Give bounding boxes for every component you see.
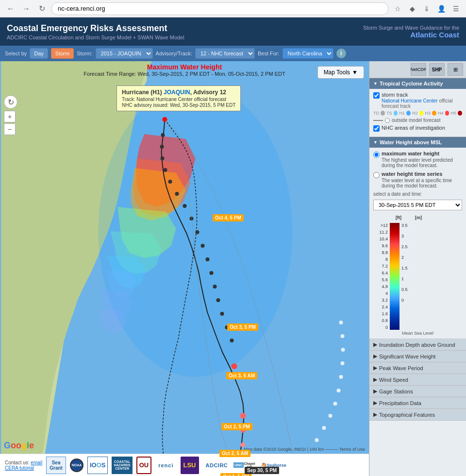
cera-tutorial-link[interactable]: CERA tutorial	[5, 465, 34, 471]
time-series-radio[interactable]	[373, 172, 380, 178]
svg-point-28	[337, 389, 341, 392]
inundation-section[interactable]: ▶ Inundation Depth above Ground	[369, 339, 466, 351]
menu-icon[interactable]: ☰	[450, 3, 461, 14]
td-label: TD	[373, 111, 379, 116]
storm-label: Storm:	[77, 51, 92, 56]
map-navigation: ↻ + −	[4, 95, 17, 136]
h3-label: H3	[425, 111, 431, 116]
url-bar[interactable]	[51, 2, 388, 15]
max-water-radio[interactable]	[373, 152, 380, 158]
h1-label: H1	[399, 111, 405, 116]
svg-point-20	[164, 168, 167, 172]
time-series-sub: The water level at a specific time durin…	[382, 178, 462, 188]
svg-point-10	[216, 298, 220, 302]
right-panel: NetCDF SHP ⊞ ▼ Tropical Cyclone Activity…	[369, 61, 466, 476]
lsu-logo: LSU	[181, 457, 199, 474]
zoom-in-button[interactable]: +	[4, 111, 16, 122]
download-icon[interactable]: ⇓	[421, 3, 432, 14]
precipitation-section[interactable]: ▶ Precipitation Data	[369, 397, 466, 409]
peak-wave-section[interactable]: ▶ Peak Wave Period	[369, 362, 466, 374]
shp-button[interactable]: SHP	[429, 63, 445, 76]
h1-dot	[406, 111, 411, 116]
back-button[interactable]: ←	[5, 3, 17, 15]
outside-line	[373, 120, 383, 121]
svg-point-31	[341, 348, 345, 352]
forward-button[interactable]: →	[20, 3, 32, 15]
svg-point-33	[339, 321, 343, 324]
zoom-out-button[interactable]: −	[4, 123, 16, 135]
best-for-select[interactable]: North Carolina	[283, 48, 333, 59]
main-area: Maximum Water Height Forecast Time Range…	[0, 61, 466, 476]
tropical-cyclone-section-header[interactable]: ▼ Tropical Cyclone Activity	[369, 78, 466, 89]
svg-point-21	[161, 156, 165, 160]
user-icon[interactable]: 👤	[436, 3, 447, 14]
storm-select[interactable]: 2015 - JOAQUIN	[96, 48, 153, 59]
storm-track-row: storm track National Hurricane Center of…	[373, 92, 462, 109]
outside-label: outside model forecast	[392, 118, 441, 123]
extra-button[interactable]: ⊞	[448, 63, 463, 76]
google-logo: Google	[4, 441, 34, 451]
nhc-areas-row: NHC areas of investigation	[373, 125, 462, 132]
track-label-oct4: Oct 4, 5 PM	[213, 214, 244, 221]
ft-labels: >12 11.2 10.4 9.6 8.8 8 7.2 6.4 5.6 4.8 …	[373, 223, 388, 330]
nhc-areas-checkbox[interactable]	[373, 125, 380, 132]
time-series-label: water height time series	[382, 171, 462, 177]
inundation-triangle: ▶	[373, 341, 377, 348]
track-label-oct3am: Oct 3, 5 AM	[226, 372, 257, 379]
nhc-areas-label: NHC areas of investigation	[382, 125, 445, 131]
svg-point-11	[213, 285, 217, 289]
wind-speed-section[interactable]: ▶ Wind Speed	[369, 374, 466, 386]
advisory-select[interactable]: 12 - NHC forecast	[195, 48, 255, 59]
ioos-logo: IOOS	[87, 457, 108, 474]
tropical-cyclone-label: Tropical Cyclone Activity	[380, 81, 443, 86]
select-datetime-label: select a date and time:	[373, 191, 462, 197]
m-header: [m]	[415, 215, 422, 220]
ts-dot	[394, 111, 398, 116]
renci-logo: renci	[155, 457, 176, 474]
netcdf-button[interactable]: NetCDF	[411, 63, 426, 76]
td-dot	[381, 111, 385, 116]
panel-icons: NetCDF SHP ⊞	[369, 61, 466, 78]
map-tools-button[interactable]: Map Tools ▼	[317, 66, 364, 79]
app-header-left: Coastal Emergency Risks Assessment ADCIR…	[7, 23, 184, 40]
wave-height-section[interactable]: ▶ Significant Wave Height	[369, 351, 466, 362]
tropical-cyclone-content: storm track National Hurricane Center of…	[369, 89, 466, 137]
nhc-link[interactable]: National Hurricane Center	[382, 98, 438, 103]
toolbar: Select by Day Storm Storm: 2015 - JOAQUI…	[0, 46, 466, 61]
map-svg	[0, 61, 369, 476]
h5-label: H5	[450, 111, 456, 116]
svg-point-22	[160, 145, 164, 149]
map-container[interactable]: Maximum Water Height Forecast Time Range…	[0, 61, 369, 476]
info-button[interactable]: i	[336, 49, 346, 58]
storm-track-checkbox[interactable]	[373, 92, 380, 99]
bookmark-button[interactable]: ☆	[392, 3, 403, 14]
app-header: Coastal Emergency Risks Assessment ADCIR…	[0, 17, 466, 46]
email-link[interactable]: email	[31, 460, 42, 465]
contact-text: Contact us: email CERA tutorial	[5, 460, 42, 471]
gage-stations-triangle: ▶	[373, 388, 377, 394]
water-height-section-header[interactable]: ▼ Water Height above MSL	[369, 137, 466, 148]
refresh-button[interactable]: ↻	[36, 3, 48, 15]
app-title: Coastal Emergency Risks Assessment	[7, 23, 184, 34]
outside-dot	[385, 118, 390, 123]
extension-icon[interactable]: ◆	[407, 3, 417, 14]
water-time-series-row: water height time series The water level…	[373, 171, 462, 188]
storm-button[interactable]: Storm	[51, 48, 74, 59]
best-for-label: Best For:	[258, 51, 280, 56]
day-button[interactable]: Day	[30, 48, 48, 59]
ts-label: TS	[386, 111, 392, 116]
compass-control[interactable]: ↻	[4, 95, 17, 109]
svg-point-12	[210, 271, 214, 275]
track-label-oct2am: Oct 2, 5 AM	[219, 450, 250, 457]
gage-stations-label: Gage Stations	[379, 389, 413, 394]
topo-features-section[interactable]: ▶ Topographical Features	[369, 409, 466, 421]
scale-header: [ft] [m]	[387, 215, 462, 220]
track-label-sep30: Sep 30, 5 PM	[245, 467, 279, 474]
datetime-select[interactable]: 30-Sep-2015 5 PM EDT	[373, 200, 462, 210]
svg-point-18	[175, 192, 179, 196]
map-tools-label: Map Tools	[324, 69, 350, 76]
gage-stations-section[interactable]: ▶ Gage Stations	[369, 386, 466, 397]
h3-dot	[432, 111, 436, 116]
inundation-label: Inundation Depth above Ground	[379, 342, 455, 348]
svg-point-29	[339, 375, 343, 379]
